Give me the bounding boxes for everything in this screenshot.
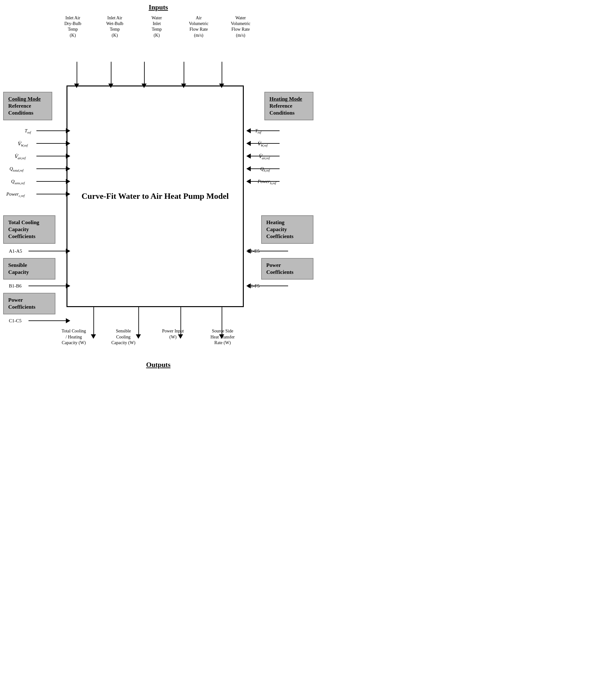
right-ref-powerhref: Powerh,ref <box>258 179 276 185</box>
header-water-inlet-temp: WaterInletTemp(K) <box>139 15 174 38</box>
cooling-mode-box: Cooling ModeReferenceConditions <box>3 92 52 120</box>
left-ref-tref: Tref <box>25 128 31 134</box>
right-ref-tref: Tref <box>255 128 261 134</box>
left-line-qtotalref <box>36 168 67 169</box>
right-ref-vairref: V̇air,ref <box>259 154 270 160</box>
top-vline-4 <box>184 62 184 84</box>
left-arrow-qsensref <box>66 179 70 184</box>
right-line-vwref <box>249 143 280 144</box>
left-line-c1c5 <box>29 320 67 321</box>
left-arrow-b1b6 <box>66 283 70 288</box>
right-ref-qhref: Qh,ref <box>260 166 270 172</box>
right-line-vairref <box>249 156 280 156</box>
right-arrow-f1f5 <box>246 283 251 288</box>
heating-mode-box: Heating ModeReferenceConditions <box>264 92 313 120</box>
output-power-input: Power Input(W) <box>152 328 193 346</box>
output-source-side: Source SideHeat TransferRate (W) <box>202 328 243 346</box>
left-ref-qtotalref: Qtotal,ref <box>9 166 24 172</box>
left-line-tref <box>36 130 67 131</box>
header-water-vol-flow: WaterVolumetricFlow Rate(m/s) <box>223 15 258 38</box>
header-air-vol-flow: AirVolumetricFlow Rate(m/s) <box>182 15 216 38</box>
right-arrow-qhref <box>246 166 251 171</box>
left-ref-vwref: V̇W,ref <box>17 141 28 147</box>
left-ref-vairref: V̇air,ref <box>14 154 26 160</box>
coeff-c1c5: C1-C5 <box>9 318 22 323</box>
left-arrow-vairref <box>66 154 70 159</box>
inputs-label: Inputs <box>149 3 168 11</box>
right-ref-vwref: V̇W,ref <box>257 141 268 147</box>
right-arrow-powerhref <box>246 179 251 184</box>
top-vline-3 <box>144 62 145 84</box>
left-line-vairref <box>36 156 67 156</box>
left-ref-powercref: Powerc,ref <box>6 192 25 198</box>
right-arrow-e1e5 <box>246 248 251 254</box>
left-line-vwref <box>36 143 67 144</box>
header-inlet-air-wetbulb: Inlet AirWet-BulbTemp(K) <box>97 15 132 38</box>
left-line-powercref <box>36 194 67 194</box>
bottom-headers: Total Cooling/ HeatingCapacity (W) Sensi… <box>53 328 243 346</box>
heating-cap-coeff-box: HeatingCapacityCoefficients <box>261 215 313 244</box>
left-arrow-vwref <box>66 141 70 146</box>
header-inlet-air-drybulb: Inlet AirDry-BulbTemp(K) <box>55 15 90 38</box>
main-box: Curve-Fit Water to Air Heat Pump Model <box>67 85 244 307</box>
right-arrow-vwref <box>246 141 251 146</box>
right-arrow-tref <box>246 128 251 133</box>
top-vline-2 <box>111 62 112 84</box>
diagram-container: Inputs Inlet AirDry-BulbTemp(K) Inlet Ai… <box>0 0 317 374</box>
power-coeff-right-box: PowerCoefficients <box>261 258 313 279</box>
top-headers: Inlet AirDry-BulbTemp(K) Inlet AirWet-Bu… <box>55 15 258 38</box>
left-arrow-c1c5 <box>66 318 70 323</box>
left-line-a1a5 <box>29 251 67 251</box>
total-cooling-cap-box: Total CoolingCapacityCoefficients <box>3 215 55 244</box>
left-arrow-powercref <box>66 192 70 197</box>
right-line-qhref <box>249 168 280 169</box>
left-arrow-qtotalref <box>66 166 70 171</box>
left-line-b1b6 <box>29 285 67 286</box>
sensible-capacity-box: SensibleCapacity <box>3 258 55 279</box>
left-arrow-a1a5 <box>66 248 70 254</box>
power-coeff-left-box: PowerCoefficients <box>3 293 55 314</box>
main-box-title: Curve-Fit Water to Air Heat Pump Model <box>72 191 238 202</box>
coeff-a1a5: A1-A5 <box>9 248 22 254</box>
coeff-b1b6: B1-B6 <box>9 283 22 289</box>
right-line-e1e5 <box>249 251 288 251</box>
outputs-label: Outputs <box>146 361 170 369</box>
left-arrow-tref <box>66 128 70 133</box>
left-line-qsensref <box>36 181 67 182</box>
output-total-cooling-heating: Total Cooling/ HeatingCapacity (W) <box>53 328 94 346</box>
left-ref-qsensref: Qsens,ref <box>11 179 25 185</box>
right-arrow-vairref <box>246 154 251 159</box>
right-line-tref <box>249 130 280 131</box>
output-sensible-cooling: SensibleCoolingCapacity (W) <box>103 328 144 346</box>
right-line-powerhref <box>249 181 280 182</box>
right-line-f1f5 <box>249 285 288 286</box>
top-vline-1 <box>77 62 77 84</box>
top-vline-5 <box>222 62 222 84</box>
